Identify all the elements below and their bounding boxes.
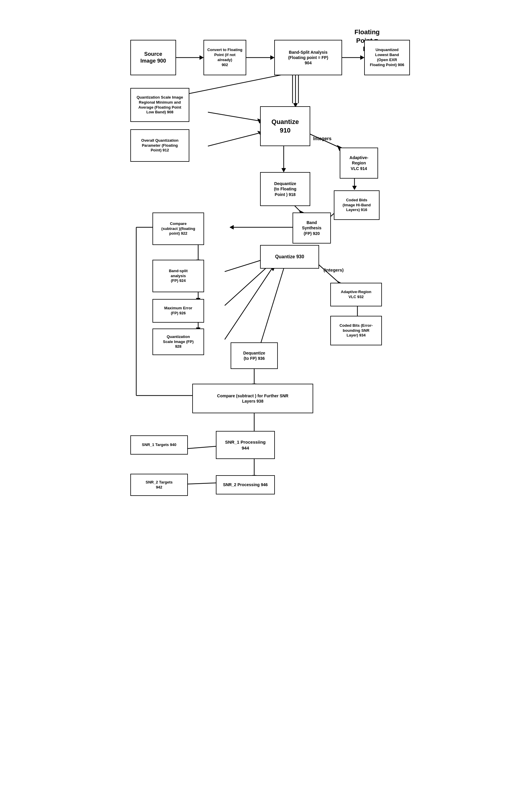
quant-scale-928-box: Quantization Scale Image (FP) 928 xyxy=(152,329,204,355)
band-synthesis-920-box: Band Synthesis (FP) 920 xyxy=(292,213,331,243)
svg-marker-17 xyxy=(282,168,286,172)
integers2-label: (Integers) xyxy=(323,267,344,273)
quantize-910-box: Quantize 910 xyxy=(260,106,310,146)
band-split-924-box: Band-split analysis (FP) 924 xyxy=(152,260,204,292)
snr1-targets-box: SNR_1 Targets 940 xyxy=(130,435,188,455)
convert-fp-box: Convert to Floating Point (if not alread… xyxy=(204,40,246,75)
svg-marker-21 xyxy=(353,186,357,190)
unquantized-box: Unquantized Lowest Band (Open EXR Floati… xyxy=(364,40,410,75)
svg-line-12 xyxy=(177,74,287,96)
svg-line-10 xyxy=(208,112,260,121)
svg-line-38 xyxy=(225,269,272,340)
quant-scale-box: Quantization Scale Image Regional Minimu… xyxy=(130,88,189,122)
diagram-container: Source Image 900 Convert to Floating Poi… xyxy=(118,12,414,779)
compare-938-box: Compare (subtract ) for Further SNR Laye… xyxy=(192,384,313,413)
svg-marker-3 xyxy=(270,55,274,60)
coded-bits-934-box: Coded Bits (Error- bounding SNR Layer) 9… xyxy=(330,316,382,345)
svg-marker-25 xyxy=(230,225,233,230)
dequantize-936-box: Dequantize (to FP) 936 xyxy=(231,343,278,369)
band-split-box: Band-Split Analysis (Floating point = FP… xyxy=(274,40,342,75)
quantize-930-box: Quantize 930 xyxy=(260,245,319,269)
svg-marker-9 xyxy=(360,55,364,60)
snr1-processing-box: SNR_1 Processiing 944 xyxy=(216,431,275,459)
snr2-processing-box: SNR_2 Processing 946 xyxy=(216,475,275,494)
source-image-box: Source Image 900 xyxy=(130,40,176,75)
adaptive-vlc-932-box: Adaptive-Region VLC 932 xyxy=(330,283,382,306)
overall-quant-box: Overall Quantization Parameter (Floating… xyxy=(130,129,189,162)
snr2-targets-box: SNR_2 Targets 942 xyxy=(130,474,188,496)
svg-line-40 xyxy=(260,269,284,345)
adaptive-vlc-914-box: Adaptive- Region VLC 914 xyxy=(340,148,378,179)
svg-marker-1 xyxy=(200,55,204,60)
max-error-926-box: Maximum Error (FP) 926 xyxy=(152,299,204,323)
svg-line-36 xyxy=(225,263,272,306)
coded-bids-916-box: Coded Bids (Image Hi-Band Layers) 916 xyxy=(334,190,380,220)
svg-line-14 xyxy=(208,133,260,146)
compare-922-box: Compare (subtract )(floating point) 922 xyxy=(152,213,204,245)
dequantize-918-box: Dequantize (to Floating Point ) 918 xyxy=(260,172,310,206)
integers-label: Integers xyxy=(313,136,331,142)
